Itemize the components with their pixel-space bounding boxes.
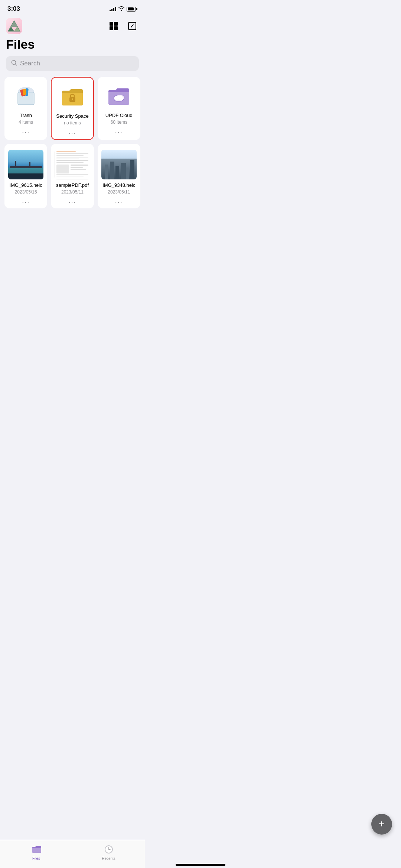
file-meta-img9348: 2023/05/11 [108, 189, 130, 195]
folder-more-security[interactable]: ... [68, 128, 76, 136]
search-bar[interactable]: Search [6, 56, 139, 71]
file-name-samplepdf: samplePDF.pdf [56, 182, 89, 188]
signal-icon [110, 7, 116, 11]
status-bar: 3:03 [0, 0, 145, 15]
folder-meta-cloud: 60 items [111, 120, 127, 125]
header-actions: ✓ [107, 19, 139, 33]
app-header: ✓ [0, 15, 145, 36]
folder-more-cloud[interactable]: ... [115, 127, 123, 135]
folder-meta-trash: 4 items [19, 120, 33, 125]
grid-view-button[interactable] [107, 19, 120, 33]
file-name-img9348: IMG_9348.heic [102, 182, 135, 188]
files-grid: Trash 4 items ... Security Space no item… [0, 77, 145, 208]
folder-card-security[interactable]: Security Space no items ... [51, 77, 94, 140]
svg-rect-12 [23, 89, 26, 95]
cloud-folder-icon [106, 83, 132, 109]
file-meta-img9615: 2023/05/15 [15, 189, 37, 195]
folder-name-security: Security Space [56, 113, 88, 119]
file-meta-samplepdf: 2023/05/11 [61, 189, 84, 195]
samplepdf-thumbnail [55, 150, 90, 179]
status-icons [110, 6, 137, 12]
security-folder-icon [59, 84, 85, 110]
folder-more-trash[interactable]: ... [22, 127, 30, 135]
page-title: Files [0, 36, 145, 56]
folder-name-cloud: UPDF Cloud [105, 113, 133, 118]
search-icon [11, 60, 17, 67]
svg-point-22 [115, 95, 122, 100]
folder-meta-security: no items [64, 120, 81, 126]
app-logo[interactable] [6, 18, 22, 34]
file-card-img9615[interactable]: IMG_9615.heic 2023/05/15 ... [4, 144, 47, 208]
folder-card-trash[interactable]: Trash 4 items ... [4, 77, 47, 140]
file-card-img9348[interactable]: IMG_9348.heic 2023/05/11 ... [98, 144, 140, 208]
img9348-thumbnail [101, 150, 137, 179]
file-card-samplepdf[interactable]: samplePDF.pdf 2023/05/11 ... [51, 144, 94, 208]
file-more-img9615[interactable]: ... [22, 197, 30, 205]
file-name-img9615: IMG_9615.heic [10, 182, 42, 188]
file-more-img9348[interactable]: ... [115, 197, 123, 205]
wifi-icon [118, 6, 124, 12]
img9615-thumbnail [8, 150, 43, 179]
folder-card-updfcloud[interactable]: UPDF Cloud 60 items ... [98, 77, 140, 140]
trash-folder-icon [13, 83, 39, 109]
search-placeholder: Search [20, 60, 40, 67]
file-more-samplepdf[interactable]: ... [68, 197, 76, 205]
select-button[interactable]: ✓ [125, 19, 139, 33]
svg-line-6 [15, 64, 17, 65]
folder-name-trash: Trash [20, 113, 32, 118]
grid-icon [110, 22, 118, 30]
battery-icon [127, 7, 137, 12]
status-time: 3:03 [7, 5, 20, 13]
svg-point-14 [72, 98, 73, 100]
checkbox-icon: ✓ [128, 22, 136, 30]
